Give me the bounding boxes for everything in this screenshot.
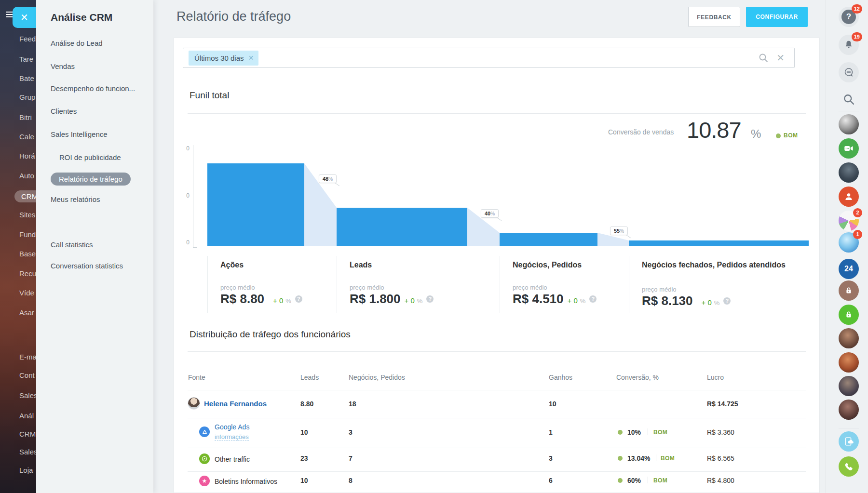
flyout-item-an-lise-do-lead[interactable]: Análise do Lead <box>51 39 103 47</box>
flyout-item-meus-relat-rios[interactable]: Meus relatórios <box>51 195 100 203</box>
configure-button[interactable]: CONFIGURAR <box>746 7 808 27</box>
price-delta: + 0 <box>405 296 415 305</box>
divider <box>648 477 648 483</box>
sidebar-item-feed[interactable]: Feed <box>19 35 36 43</box>
filter-chip[interactable]: Últimos 30 dias ✕ <box>189 51 258 66</box>
status-dot <box>618 456 623 461</box>
divider <box>648 428 648 435</box>
avatar-woman-2[interactable] <box>839 352 859 373</box>
sidebar-item-e-ma[interactable]: E-ma <box>19 353 36 361</box>
sidebar-item-auto[interactable]: Auto <box>19 172 34 180</box>
filter-chip-close-icon[interactable]: ✕ <box>248 51 254 66</box>
avatar-woman-4[interactable] <box>839 400 859 420</box>
help-icon[interactable]: ? <box>426 295 434 303</box>
cell-deals: 3 <box>349 428 353 436</box>
avatar-bw[interactable] <box>839 114 859 134</box>
messenger-icon[interactable] <box>839 62 859 82</box>
flyout-item-desempenho-do-funcion-[interactable]: Desempenho do funcion... <box>51 84 135 93</box>
avatar-group[interactable]: 2 <box>839 211 859 231</box>
stage-label: Ações <box>220 260 332 270</box>
divider <box>188 113 806 114</box>
flyout-item-roi-de-publicidade[interactable]: ROI de publicidade <box>59 153 121 161</box>
bitrix24-logo[interactable]: 24 <box>839 259 859 279</box>
toolbar-divider <box>839 428 859 428</box>
avatar-globe[interactable]: 1 <box>839 232 859 253</box>
flyout-item-relat-rio-de-tr-fego[interactable]: Relatório de tráfego <box>51 173 131 186</box>
sidebar-item-tare[interactable]: Tare <box>19 55 33 63</box>
cell-conversion: 60% <box>627 477 641 484</box>
flyout-item-vendas[interactable]: Vendas <box>51 62 75 70</box>
main-sidebar: FeedTareBateGrupBitriCaleHoráAutoCRMSite… <box>0 0 36 493</box>
sidebar-item-crm[interactable]: CRM <box>19 430 36 438</box>
help-icon[interactable]: ? <box>295 295 302 303</box>
toolbar-divider <box>839 111 859 111</box>
status-dot <box>618 430 623 435</box>
sidebar-item-base[interactable]: Base <box>19 250 36 258</box>
help-icon[interactable]: ? <box>723 297 731 305</box>
flyout-item-clientes[interactable]: Clientes <box>51 107 77 115</box>
lock-open-icon[interactable] <box>839 305 859 325</box>
lock-private-icon[interactable] <box>839 280 859 301</box>
search-icon[interactable] <box>839 89 859 109</box>
info-link[interactable]: informações <box>215 433 249 441</box>
avg-price-label: preço médio <box>350 284 384 291</box>
col-header-ganhos: Ganhos <box>549 373 572 381</box>
sidebar-item-anál[interactable]: Anál <box>19 412 34 420</box>
sidebar-item-recu[interactable]: Recu <box>19 269 36 278</box>
avatar-woman-1[interactable] <box>839 328 859 348</box>
google-ads-icon <box>199 426 210 437</box>
filter-clear-icon[interactable]: ✕ <box>776 52 785 64</box>
sidebar-item-sales[interactable]: Sales <box>19 448 36 456</box>
y-axis <box>193 145 198 248</box>
close-menu-button[interactable]: ✕ <box>13 7 36 28</box>
mobile-app-icon[interactable] <box>839 431 859 452</box>
stage-stats-acoes: Ações preço médio R$ 8.80 + 0 % ? <box>207 256 332 313</box>
col-header-lucro: Lucro <box>707 373 724 381</box>
source-link[interactable]: Google Ads <box>215 423 249 431</box>
filter-chip-label: Últimos 30 dias <box>194 54 244 62</box>
avatar-woman-3[interactable] <box>839 376 859 396</box>
sidebar-item-sites[interactable]: Sites <box>19 211 35 219</box>
sidebar-item-bitri[interactable]: Bitri <box>19 113 32 121</box>
avg-price-label: preço médio <box>642 286 677 293</box>
feedback-button[interactable]: FEEDBACK <box>688 7 740 27</box>
cell-won: 1 <box>549 428 553 436</box>
cell-leads: 10 <box>300 428 308 436</box>
transition-percent-badge: 40% <box>481 209 499 218</box>
flyout-item-call-statistics[interactable]: Call statistics <box>51 240 93 249</box>
search-icon[interactable] <box>758 52 769 66</box>
avatar-man[interactable] <box>839 162 859 183</box>
telephony-icon[interactable] <box>839 456 859 477</box>
stage-stats-leads: Leads preço médio R$ 1.800 + 0 % ? <box>337 256 495 313</box>
stage-label: Negócios, Pedidos <box>513 260 624 270</box>
employee-link[interactable]: Helena Fernandos <box>204 400 267 408</box>
sidebar-item-víde[interactable]: Víde <box>19 289 34 297</box>
sidebar-item-cale[interactable]: Cale <box>19 133 34 141</box>
y-axis-tick: 0 <box>177 145 190 152</box>
help-icon[interactable]: ?12 <box>839 7 859 27</box>
sidebar-item-asar[interactable]: Asar <box>19 308 34 317</box>
help-icon[interactable]: ? <box>589 295 597 303</box>
avatar[interactable] <box>188 397 200 410</box>
sidebar-item-crm[interactable]: CRM <box>14 190 36 202</box>
price-delta: + 0 <box>702 298 712 306</box>
cell-deals: 7 <box>349 454 353 462</box>
video-call-icon[interactable] <box>839 138 859 159</box>
sidebar-item-loja[interactable]: Loja <box>19 466 33 474</box>
avg-price-label: preço médio <box>513 284 547 291</box>
sidebar-item-grup[interactable]: Grup <box>19 93 35 101</box>
contact-icon[interactable] <box>839 187 859 207</box>
table-section-title: Distribuição de tráfego dos funcionários <box>190 329 351 340</box>
flyout-item-sales-intelligence[interactable]: Sales Intelligence <box>51 130 108 138</box>
notifications-bell-icon[interactable]: 19 <box>839 35 859 55</box>
filter-search-bar[interactable]: Últimos 30 dias ✕ ✕ <box>183 48 795 68</box>
sidebar-item-bate[interactable]: Bate <box>19 74 34 82</box>
y-axis-tick: 0 <box>177 239 190 246</box>
flyout-item-conversation-statistics[interactable]: Conversation statistics <box>51 262 123 270</box>
sidebar-item-cont[interactable]: Cont <box>19 371 35 379</box>
sidebar-item-horá[interactable]: Horá <box>19 152 35 160</box>
avg-price-value: R$ 4.510 <box>513 292 564 306</box>
col-header-conversao: Conversão, % <box>616 373 659 381</box>
sidebar-item-sales[interactable]: Sales <box>19 391 36 400</box>
sidebar-item-fund[interactable]: Fund <box>19 230 36 239</box>
